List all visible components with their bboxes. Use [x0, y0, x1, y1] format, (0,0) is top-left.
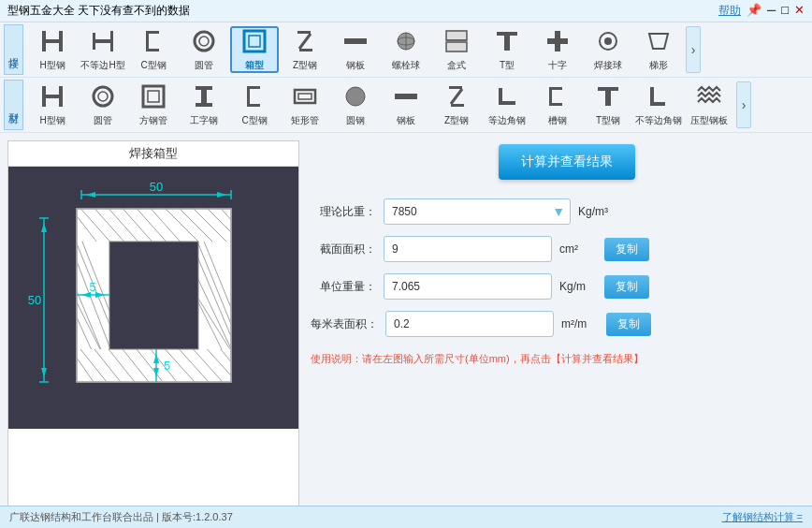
section-label-weld: 焊接 [4, 24, 23, 75]
round-pipe-icon [191, 28, 217, 57]
tool-t-type[interactable]: T型 [483, 26, 531, 73]
m-equal-angle-icon [494, 83, 520, 112]
density-dropdown[interactable]: 7850 [384, 198, 571, 225]
m-plate-icon [393, 83, 419, 112]
tool-trapezoid[interactable]: 梯形 [634, 26, 683, 73]
close-btn[interactable]: ✕ [794, 3, 805, 19]
svg-point-45 [346, 87, 365, 106]
tool-m-i-beam[interactable]: 工字钢 [180, 81, 228, 128]
svg-rect-32 [46, 95, 59, 98]
m-i-beam-icon [191, 83, 217, 112]
svg-rect-1 [59, 31, 63, 51]
titlebar-title: 型钢五金大全 天下没有查不到的数据 [7, 3, 190, 19]
tool-c-label: C型钢 [140, 59, 166, 72]
svg-rect-11 [244, 31, 265, 51]
tool-m-round-steel[interactable]: 圆钢 [331, 81, 380, 128]
tool-m-c[interactable]: C型钢 [230, 81, 279, 128]
m-h-steel-label: H型钢 [39, 114, 65, 127]
surface-copy-button[interactable]: 复制 [606, 313, 651, 336]
tool-m-square-pipe[interactable]: 方钢管 [129, 81, 178, 128]
minimize-btn[interactable]: ─ [767, 3, 776, 19]
maximize-btn[interactable]: □ [781, 3, 789, 19]
tool-cross[interactable]: 十字 [533, 26, 582, 73]
density-unit: Kg/m³ [578, 205, 616, 218]
tool-z-label: Z型钢 [293, 59, 317, 72]
area-field[interactable] [384, 236, 552, 262]
m-t-icon [595, 83, 621, 112]
more-btn-row1[interactable]: › [686, 26, 701, 73]
svg-rect-48 [451, 104, 464, 107]
tool-unequal-h[interactable]: 不等边H型 [79, 26, 127, 73]
z-steel-icon [292, 28, 318, 57]
tool-z-steel[interactable]: Z型钢 [281, 26, 329, 73]
svg-rect-0 [42, 31, 46, 51]
tool-m-z[interactable]: Z型钢 [432, 81, 481, 128]
usage-note: 使用说明：请在左图输入所需尺寸(单位mm)，再点击【计算并查看结果】 [311, 352, 805, 366]
svg-rect-36 [148, 91, 159, 102]
svg-rect-21 [446, 42, 467, 51]
m-rect-pipe-icon [292, 83, 318, 112]
tool-plate[interactable]: 钢板 [331, 26, 380, 73]
statusbar-left: 广联达钢结构和工作台联合出品 | 版本号:1.2.0.37 [9, 510, 233, 524]
tool-m-h-steel[interactable]: H型钢 [28, 81, 77, 128]
m-z-icon [443, 83, 470, 112]
svg-rect-12 [249, 36, 260, 47]
calc-btn-container: 计算并查看结果 [311, 144, 805, 180]
area-copy-button[interactable]: 复制 [604, 238, 649, 261]
diagram-canvas: 50 50 [8, 167, 298, 429]
pin-btn[interactable]: 📌 [747, 3, 761, 19]
area-label: 截面面积： [311, 242, 376, 257]
svg-rect-14 [299, 49, 312, 51]
svg-rect-51 [499, 101, 515, 105]
tool-m-round[interactable]: 圆管 [79, 81, 127, 128]
weight-copy-button[interactable]: 复制 [604, 275, 649, 299]
tool-m-press-plate[interactable]: 压型钢板 [685, 81, 733, 128]
density-dropdown-wrapper: 7850 ▼ [384, 198, 571, 225]
m-channel-icon [544, 83, 571, 112]
calc-button[interactable]: 计算并查看结果 [499, 144, 635, 180]
density-label: 理论比重： [311, 204, 376, 220]
tool-h-steel[interactable]: H型钢 [28, 26, 77, 73]
tool-m-unequal-angle[interactable]: 不等边角钢 [634, 81, 683, 128]
surface-unit: m²/m [561, 317, 599, 330]
svg-line-49 [451, 89, 462, 104]
weight-unit: Kg/m [559, 280, 597, 293]
svg-rect-16 [344, 38, 367, 44]
more-btn-row2[interactable]: › [736, 81, 751, 128]
tool-bolt-ball[interactable]: 螺栓球 [382, 26, 430, 73]
svg-point-28 [604, 37, 612, 45]
tool-box-type[interactable]: 盒式 [432, 26, 481, 73]
svg-rect-4 [110, 31, 113, 51]
svg-line-85 [231, 204, 259, 242]
tool-m-plate[interactable]: 钢板 [382, 81, 430, 128]
svg-rect-20 [446, 31, 467, 40]
tool-box-steel[interactable]: 箱型 [230, 26, 279, 73]
tool-unequal-h-label: 不等边H型 [80, 59, 124, 72]
tool-m-rect-pipe[interactable]: 矩形管 [281, 81, 329, 128]
tool-m-equal-angle[interactable]: 等边角钢 [483, 81, 531, 128]
tool-m-channel[interactable]: 槽钢 [533, 81, 582, 128]
tool-c-steel[interactable]: C型钢 [129, 26, 178, 73]
tool-weld-joint[interactable]: 焊接球 [584, 26, 632, 73]
m-square-pipe-icon [140, 83, 167, 112]
density-row: 理论比重： 7850 ▼ Kg/m³ [311, 198, 805, 225]
m-round-icon [90, 83, 116, 112]
box-inner [109, 242, 198, 349]
weight-label: 单位重量： [311, 279, 376, 295]
weight-field[interactable] [384, 273, 552, 300]
svg-rect-46 [395, 94, 417, 99]
help-link[interactable]: 帮助 [718, 3, 741, 19]
svg-marker-67 [41, 223, 47, 232]
svg-point-9 [195, 32, 213, 51]
tool-t-label: T型 [500, 59, 515, 72]
statusbar-right[interactable]: 了解钢结构计算 = [722, 510, 803, 524]
m-h-steel-icon [39, 83, 65, 112]
tool-bolt-ball-label: 螺栓球 [392, 59, 420, 72]
tool-round-pipe[interactable]: 圆管 [180, 26, 228, 73]
surface-row: 每米表面积： m²/m 复制 [311, 311, 805, 337]
svg-rect-30 [42, 86, 46, 107]
tool-m-t[interactable]: T型钢 [584, 81, 632, 128]
surface-field[interactable] [385, 311, 554, 337]
svg-rect-8 [146, 31, 149, 51]
box-steel-icon [241, 28, 268, 57]
